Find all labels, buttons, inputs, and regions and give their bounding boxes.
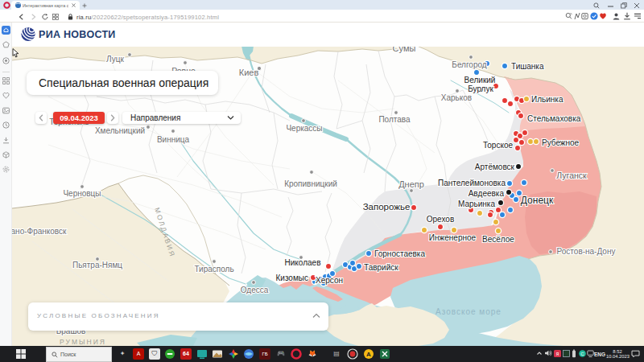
svg-text:Артёмовск: Артёмовск <box>475 162 515 171</box>
svg-text:A: A <box>366 351 371 358</box>
svg-text:Винница: Винница <box>157 135 190 144</box>
svg-text:Пьятра-Нямц: Пьятра-Нямц <box>72 261 122 269</box>
svg-text:Донецк: Донецк <box>521 195 554 206</box>
svg-text:Орехов: Орехов <box>427 215 454 224</box>
svg-text:Великий: Великий <box>464 76 496 84</box>
svg-text:Горностаевка: Горностаевка <box>374 249 425 258</box>
svg-text:Черкассы: Черкассы <box>286 124 322 133</box>
svg-text:Инженерное: Инженерное <box>429 233 477 242</box>
svg-text:Одесса: Одесса <box>241 286 269 294</box>
svg-text:Весёлое: Весёлое <box>482 235 514 244</box>
svg-text:Рубежное: Рубежное <box>542 138 580 147</box>
svg-text:Кропивницкий: Кропивницкий <box>284 179 337 188</box>
svg-text:Запорожье: Запорожье <box>363 202 411 212</box>
svg-text:C: C <box>580 352 584 356</box>
svg-text:Николаев: Николаев <box>285 258 321 267</box>
svg-text:Ростов-на-Дону: Ростов-на-Дону <box>557 247 616 256</box>
svg-text:Луцк: Луцк <box>106 55 124 64</box>
svg-text:Кизомыс: Кизомыс <box>275 274 308 282</box>
svg-text:Сумы: Сумы <box>393 46 416 53</box>
svg-text:Хмельницкий: Хмельницкий <box>95 126 145 135</box>
svg-text:Луганск: Луганск <box>556 171 587 180</box>
svg-text:Таврийск: Таврийск <box>364 263 398 272</box>
svg-text:Харьков: Харьков <box>441 93 472 102</box>
svg-text:Киев: Киев <box>239 68 259 77</box>
svg-text:я: я <box>556 351 559 356</box>
svg-text:Азовское море: Азовское море <box>436 307 502 316</box>
svg-text:Пантелеймоновка: Пантелеймоновка <box>438 179 506 187</box>
svg-text:Полтава: Полтава <box>378 115 411 124</box>
svg-text:Марьинка: Марьинка <box>458 200 495 208</box>
svg-text:Авдеевка: Авдеевка <box>469 189 505 198</box>
svg-text:Белгород: Белгород <box>452 60 487 69</box>
svg-text:ано-Франковск: ано-Франковск <box>12 227 67 236</box>
svg-text:Черновцы: Черновцы <box>63 189 101 198</box>
svg-text:Днепр: Днепр <box>398 179 424 189</box>
svg-text:Тирасполь: Тирасполь <box>194 265 233 274</box>
svg-text:РУМЫНИЯ: РУМЫНИЯ <box>60 338 106 346</box>
svg-text:Херсон: Херсон <box>316 276 343 285</box>
svg-text:Бурлук: Бурлук <box>468 84 493 93</box>
svg-text:Тишанка: Тишанка <box>511 62 544 71</box>
svg-text:Стельмаховка: Стельмаховка <box>527 114 581 123</box>
svg-text:Ильинка: Ильинка <box>531 95 564 104</box>
svg-text:Торское: Торское <box>483 141 513 150</box>
